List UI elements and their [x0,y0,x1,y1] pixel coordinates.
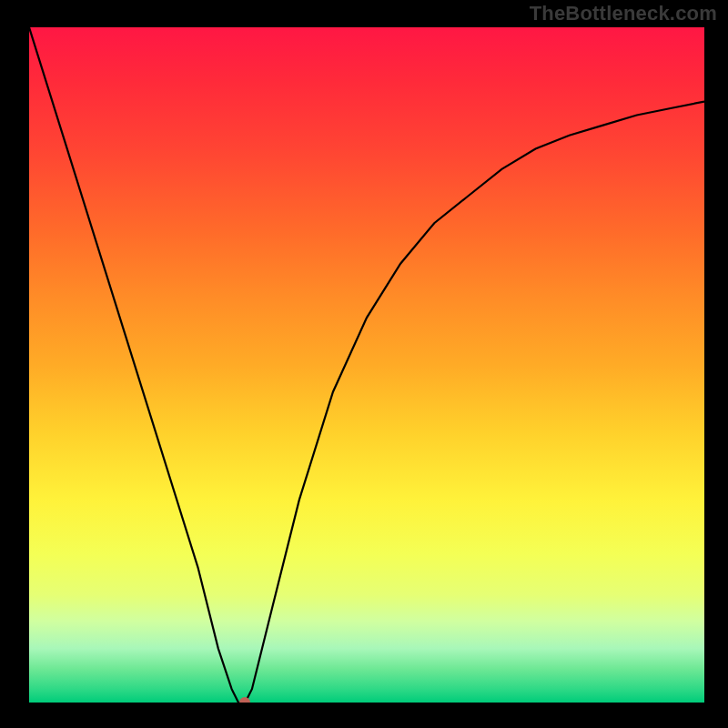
bottleneck-curve [29,27,704,703]
chart-frame: TheBottleneck.com [0,0,728,728]
plot-area [29,27,704,703]
watermark-text: TheBottleneck.com [530,2,717,25]
optimal-point-marker [239,697,250,703]
